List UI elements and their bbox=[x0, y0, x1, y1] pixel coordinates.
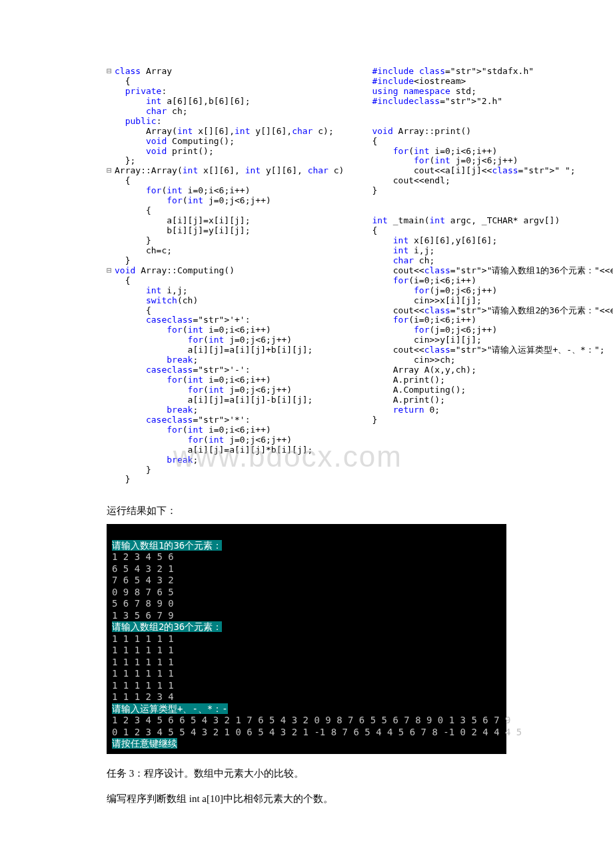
console-line: 7 6 5 4 3 2 bbox=[112, 575, 174, 585]
console-prompt: 请按任意键继续 bbox=[112, 738, 177, 749]
console-output: 请输入数组1的36个元素： 1 2 3 4 5 6 6 5 4 3 2 1 7 … bbox=[107, 524, 506, 754]
console-line: 6 5 4 3 2 1 bbox=[112, 563, 174, 574]
console-line: 5 6 7 8 9 0 bbox=[112, 598, 174, 609]
console-line: 1 2 3 4 5 6 6 5 4 3 2 1 7 6 5 4 3 2 0 9 … bbox=[112, 715, 510, 725]
console-line: 1 1 1 2 3 4 bbox=[112, 691, 174, 702]
console-line: 0 1 2 3 4 5 5 4 3 2 1 0 6 5 4 3 2 1 -1 8… bbox=[112, 727, 522, 737]
console-prompt: 请输入数组2的36个元素： bbox=[112, 621, 222, 632]
run-result-heading: 运行结果如下： bbox=[107, 505, 506, 517]
console-line: 1 1 1 1 1 1 bbox=[112, 645, 174, 655]
document-page: www.bdocx.com ⊟class Array { private: in… bbox=[0, 0, 613, 835]
console-line: 1 1 1 1 1 1 bbox=[112, 668, 174, 679]
console-line: 1 3 5 6 7 9 bbox=[112, 610, 174, 621]
console-line: 0 9 8 7 6 5 bbox=[112, 587, 174, 597]
code-column-right: #include class="str">"stdafx.h" #include… bbox=[364, 67, 613, 485]
console-line: 1 1 1 1 1 1 bbox=[112, 680, 174, 691]
console-prompt: 请输入运算类型+、-、*：- bbox=[112, 703, 228, 714]
code-column-left: ⊟class Array { private: int a[6][6],b[6]… bbox=[107, 67, 344, 485]
task-description-1: 任务 3：程序设计。数组中元素大小的比较。 bbox=[107, 763, 506, 783]
console-line: 1 1 1 1 1 1 bbox=[112, 657, 174, 667]
console-line: 1 2 3 4 5 6 bbox=[112, 551, 174, 562]
console-prompt: 请输入数组1的36个元素： bbox=[112, 540, 222, 551]
code-listing: ⊟class Array { private: int a[6][6],b[6]… bbox=[107, 67, 506, 485]
console-line: 1 1 1 1 1 1 bbox=[112, 633, 174, 644]
task-description-2: 编写程序判断数组 int a[10]中比相邻元素大的个数。 bbox=[107, 789, 506, 809]
